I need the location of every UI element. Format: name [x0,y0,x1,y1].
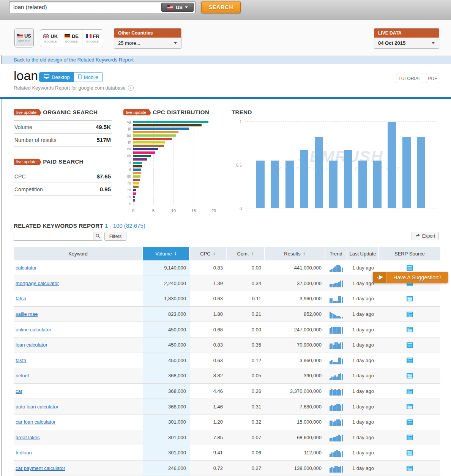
database-tab-uk[interactable]: UK GOOGLE [40,30,61,47]
cpc-country-label: il [123,161,133,164]
axis-tick-label: 1 [240,120,242,124]
de-flag-icon [65,34,70,38]
volume-cell: 1,830,000 [143,291,190,306]
serp-source-icon[interactable] [407,265,413,271]
serp-source-icon[interactable] [407,312,413,317]
table-range[interactable]: 1 - 100 (82,675) [105,222,145,229]
main-search-input[interactable] [13,4,159,10]
tab-engine-label: GOOGLE [18,40,30,43]
volume-cell: 246,000 [143,461,190,476]
keyword-link[interactable]: car payment calculator [16,465,65,471]
keyword-link[interactable]: car [16,388,22,394]
results-cell: 68,600,000 [265,430,325,445]
cpc-bar [133,155,151,157]
database-tab-us[interactable]: US GOOGLE [14,28,34,47]
keyword-link[interactable]: calculator [16,265,37,271]
keyword-link[interactable]: fafsa [16,296,26,301]
axis-tick-label: 5 [152,208,155,213]
toggle-desktop[interactable]: Desktop [39,73,74,82]
keyword-link[interactable]: great lakes [16,435,40,440]
trend-bar [402,137,411,208]
stat-value: $7.65 [96,173,111,180]
database-tab-fr[interactable]: FR GOOGLE [82,30,103,47]
trend-sparkline [330,433,344,441]
date-select[interactable]: 04 Oct 2015 [374,38,439,48]
serp-source-icon[interactable] [407,435,413,440]
keyword-link[interactable]: sallie mae [16,311,38,317]
tab-code-label: UK [50,33,58,39]
cpc-bar [133,162,142,164]
tab-code-label: DE [72,33,79,39]
search-button[interactable]: SEARCH [201,1,241,13]
trend-sparkline [330,449,344,457]
serp-source-icon[interactable] [407,373,413,378]
serp-source-icon[interactable] [407,389,413,394]
filter-search-button[interactable] [93,232,102,241]
keyword-link[interactable]: loan calculator [16,342,47,348]
keyword-link[interactable]: online calculator [16,327,51,333]
keyword-link[interactable]: mortgage calculator [16,281,59,286]
serp-source-icon[interactable] [407,419,413,425]
tab-code-label: FR [93,33,99,39]
column-header-com-[interactable]: Com.▲▼ [227,247,265,260]
trend-bar [271,161,279,208]
other-countries-select[interactable]: 25 more... [114,38,181,48]
volume-cell: 301,000 [143,415,190,430]
volume-cell: 368,000 [143,384,190,399]
have-a-suggestion-button[interactable]: Have A Suggestion? [373,272,448,283]
table-row: nelnet368,0008.820.05390,0001 day ago [14,368,440,384]
export-icon [415,233,420,239]
results-cell: 37,000,000 [265,276,325,291]
tutorial-button[interactable]: TUTORIAL [396,74,423,83]
trend-sparkline [330,341,344,349]
column-header-cpc[interactable]: CPC▲▼ [190,247,227,260]
us-flag-icon [167,5,173,9]
column-header-keyword: Keyword [14,247,143,260]
filters-button[interactable]: Filters [104,232,126,241]
keyword-link[interactable]: car loan calculator [16,419,56,425]
last-update-cell: 1 day ago [347,368,379,383]
cpc-country-label: br [123,188,133,192]
cpc-chart-x-axis: 05101520 [133,208,214,214]
column-header-volume[interactable]: Volume▲▼ [143,247,190,260]
back-to-old-design-link[interactable]: Back to the old design of the Related Ke… [14,57,134,63]
cpc-country-label: ru [123,181,133,185]
pdf-button[interactable]: PDF [426,74,439,83]
axis-tick-label: 10 [171,208,176,213]
report-header: loan Desktop Mobile Related Keywords Rep… [0,64,451,97]
keyword-link[interactable]: nelnet [16,373,29,378]
keyword-link[interactable]: fasfa [16,358,26,363]
trend-chart: SEMRUSH COMPETITIVE INTELLIGENCE 00.51 [245,121,437,208]
serp-source-icon[interactable] [407,466,413,471]
uk-flag-icon [43,34,49,38]
database-tab-de[interactable]: DE GOOGLE [61,30,82,47]
cpc-cell: 7.85 [190,430,227,445]
region-select[interactable]: US [161,3,194,12]
report-subtitle: Related Keywords Report for google.com d… [14,85,134,91]
serp-source-icon[interactable] [407,342,413,348]
export-button[interactable]: Export [412,232,439,240]
table-row: online calculator450,0000.680.00247,000,… [14,322,440,337]
serp-source-icon[interactable] [407,404,413,409]
trend-bar [373,161,382,208]
serp-source-icon[interactable] [407,327,413,332]
toggle-mobile[interactable]: Mobile [74,73,102,82]
cpc-country-label: it [123,168,133,171]
live-update-badge: live update [14,159,39,165]
gridline [214,120,214,205]
info-icon[interactable]: i [128,85,134,91]
serp-source-icon[interactable] [407,450,413,456]
stat-value: 49.5K [96,124,111,130]
cpc-country-label: fr [123,202,133,205]
search-icon [95,233,100,240]
cpc-country-label: pl [123,140,133,144]
serp-source-icon[interactable] [407,296,413,301]
keyword-link[interactable]: fedloan [16,450,32,456]
column-header-trend: Trend [325,247,347,260]
keyword-filter-input[interactable] [14,232,93,241]
serp-source-icon[interactable] [407,358,413,363]
column-header-results[interactable]: Results▲▼ [265,247,325,260]
cpc-bar [133,186,139,188]
date-value: 04 Oct 2015 [378,40,405,46]
keyword-link[interactable]: auto loan calculator [16,404,58,410]
